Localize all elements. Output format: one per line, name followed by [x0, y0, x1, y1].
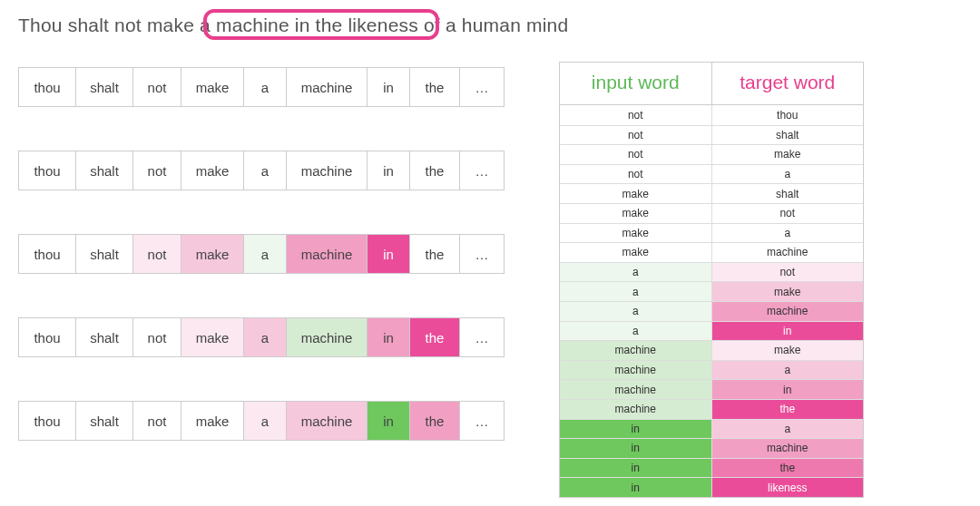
- pair-input: a: [560, 321, 712, 341]
- token-text: make: [196, 330, 230, 345]
- token-cell: thou: [18, 67, 76, 107]
- pair-input: make: [560, 183, 712, 203]
- pair-row: makenot: [560, 203, 863, 223]
- token-text: thou: [34, 80, 60, 95]
- pair-input: in: [560, 438, 712, 458]
- token-text: not: [148, 330, 167, 345]
- token-cell: in: [367, 317, 410, 357]
- pair-target: shalt: [712, 125, 864, 145]
- token-text: a: [261, 80, 269, 95]
- token-text: make: [196, 414, 230, 429]
- token-cell: a: [243, 67, 287, 107]
- token-text: not: [148, 414, 167, 429]
- token-rows: thoushaltnotmakeamachineinthe…thoushaltn…: [18, 67, 505, 441]
- token-cell: in: [367, 401, 410, 441]
- token-cell: …: [459, 234, 505, 274]
- token-cell: machine: [286, 151, 368, 190]
- pair-input: machine: [560, 360, 712, 380]
- token-text: shalt: [90, 330, 119, 345]
- pair-target: thou: [712, 105, 864, 125]
- pair-row: makea: [560, 223, 863, 243]
- pair-target: the: [712, 458, 864, 478]
- pair-target: the: [712, 399, 864, 419]
- pair-row: ain: [560, 321, 863, 341]
- token-row: thoushaltnotmakeamachineinthe…: [18, 401, 505, 441]
- token-cell: thou: [18, 151, 76, 190]
- token-text: shalt: [90, 414, 119, 429]
- token-text: not: [148, 163, 167, 179]
- token-cell: in: [367, 151, 410, 190]
- pair-input: a: [560, 281, 712, 301]
- token-text: …: [475, 247, 489, 262]
- token-cell: machine: [286, 317, 368, 357]
- pair-row: makemachine: [560, 242, 863, 262]
- token-cell: not: [132, 401, 181, 441]
- token-text: the: [426, 330, 445, 345]
- pair-row: inlikeness: [560, 477, 863, 497]
- token-text: a: [261, 330, 269, 345]
- token-text: make: [196, 247, 230, 262]
- token-text: machine: [301, 414, 353, 429]
- token-text: shalt: [90, 80, 119, 95]
- token-cell: thou: [18, 234, 76, 274]
- token-text: machine: [301, 163, 353, 179]
- token-cell: machine: [286, 234, 368, 274]
- token-text: machine: [301, 330, 353, 345]
- token-cell: …: [459, 317, 505, 357]
- pair-target: a: [712, 419, 864, 439]
- token-text: in: [383, 163, 394, 179]
- token-cell: thou: [18, 317, 76, 357]
- pair-input: make: [560, 223, 712, 243]
- token-cell: in: [367, 67, 410, 107]
- pair-input: machine: [560, 379, 712, 399]
- token-text: the: [426, 163, 445, 179]
- pair-row: amake: [560, 281, 863, 301]
- token-cell: thou: [18, 401, 76, 441]
- token-cell: a: [243, 234, 287, 274]
- token-text: a: [261, 414, 269, 429]
- pair-row: machinein: [560, 379, 863, 399]
- token-text: make: [196, 163, 230, 179]
- token-cell: …: [459, 67, 505, 107]
- highlight-box: [203, 9, 439, 40]
- token-text: thou: [34, 247, 60, 262]
- token-row: thoushaltnotmakeamachineinthe…: [18, 151, 505, 190]
- token-text: …: [475, 80, 489, 95]
- token-row: thoushaltnotmakeamachineinthe…: [18, 234, 505, 274]
- pair-input: machine: [560, 399, 712, 419]
- input-word-header: input word: [560, 63, 712, 105]
- token-text: thou: [34, 414, 60, 429]
- pair-row: ina: [560, 419, 863, 439]
- pair-row: notshalt: [560, 125, 863, 145]
- token-cell: machine: [286, 401, 368, 441]
- token-text: make: [196, 80, 230, 95]
- token-text: in: [383, 414, 394, 429]
- token-text: …: [475, 414, 489, 429]
- token-cell: not: [132, 317, 181, 357]
- token-cell: a: [243, 151, 287, 190]
- pair-row: anot: [560, 262, 863, 282]
- pair-input: not: [560, 105, 712, 125]
- pair-input: make: [560, 203, 712, 223]
- pair-target: in: [712, 321, 864, 341]
- token-text: a: [261, 247, 269, 262]
- pair-row: inthe: [560, 458, 863, 478]
- pair-target: make: [712, 281, 864, 301]
- pair-target: make: [712, 340, 864, 360]
- pair-target: machine: [712, 242, 864, 262]
- pair-target: in: [712, 379, 864, 399]
- pair-target: not: [712, 262, 864, 282]
- token-cell: make: [181, 151, 244, 190]
- pair-row: machinemake: [560, 340, 863, 360]
- pairs-body: notthounotshaltnotmakenotamakeshaltmaken…: [560, 105, 863, 497]
- token-cell: the: [409, 317, 460, 357]
- token-row: thoushaltnotmakeamachineinthe…: [18, 67, 505, 107]
- token-text: …: [475, 163, 489, 179]
- token-text: the: [426, 414, 445, 429]
- pair-input: machine: [560, 340, 712, 360]
- pair-input: make: [560, 242, 712, 262]
- token-cell: make: [181, 67, 244, 107]
- token-text: machine: [301, 247, 353, 262]
- pair-row: amachine: [560, 301, 863, 321]
- token-row: thoushaltnotmakeamachineinthe…: [18, 317, 505, 357]
